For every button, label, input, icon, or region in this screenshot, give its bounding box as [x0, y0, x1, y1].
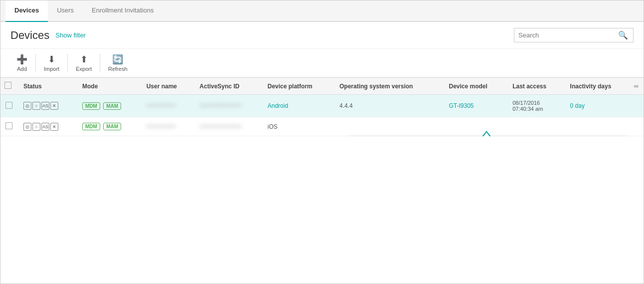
- search-box: 🔍: [514, 28, 634, 42]
- row2-mode: MDM MAM: [77, 117, 142, 136]
- export-icon: ⬆: [80, 54, 88, 65]
- row2-last-access: [507, 117, 565, 136]
- import-button[interactable]: ⬇ Import: [38, 52, 65, 74]
- row1-checkbox[interactable]: [5, 102, 12, 109]
- add-button[interactable]: ➕ Add: [10, 52, 33, 74]
- popup-arrow-inner: [483, 132, 490, 136]
- refresh-icon: 🔄: [112, 54, 123, 65]
- col-last-access: Last access: [507, 78, 565, 95]
- import-icon: ⬇: [48, 54, 55, 65]
- status-icon-4: ✕: [50, 123, 58, 131]
- tab-enrollment[interactable]: Enrollment Invitations: [83, 0, 162, 21]
- toolbar-sep-1: [35, 54, 36, 72]
- row1-inactivity: 0 day: [565, 95, 644, 117]
- show-filter-link[interactable]: Show filter: [55, 31, 86, 39]
- toolbar-sep-3: [100, 54, 100, 72]
- tab-users[interactable]: Users: [48, 0, 83, 21]
- row2-platform: iOS: [263, 117, 334, 136]
- row1-status: ◎ ○ AS ✕: [18, 95, 77, 117]
- select-all-header[interactable]: [0, 78, 18, 95]
- page-header: Devices Show filter 🔍: [0, 22, 644, 49]
- row1-os: 4.4.4: [334, 95, 444, 117]
- table-row[interactable]: ◎ ○ AS ✕ MDM MAM •••••••••••••• ••••••••…: [0, 95, 644, 117]
- row1-last-access: 08/17/201607:40:34 am: [507, 95, 565, 117]
- col-device-model: Device model: [444, 78, 507, 95]
- tabs-bar: Devices Users Enrollment Invitations: [0, 0, 644, 22]
- add-icon: ➕: [16, 54, 27, 65]
- status-icon-3: AS: [41, 102, 49, 110]
- row2-username: ••••••••••••••: [142, 117, 195, 136]
- row2-status: ◎ ○ AS ✕: [18, 117, 77, 136]
- table-row[interactable]: ◎ ○ AS ✕ MDM MAM •••••••••••••• ••••••••…: [0, 117, 644, 136]
- col-os-version: Operating system version: [334, 78, 444, 95]
- row2-inactivity: [565, 117, 644, 136]
- row1-activesync: ••••••••••••••••••••: [194, 95, 262, 117]
- search-input[interactable]: [518, 31, 618, 39]
- toolbar-sep-2: [67, 54, 68, 72]
- col-username: User name: [142, 78, 195, 95]
- refresh-button[interactable]: 🔄 Refresh: [102, 52, 134, 74]
- badge-mam: MAM: [103, 102, 121, 110]
- col-status: Status: [18, 78, 77, 95]
- toolbar: ➕ Add ⬇ Import ⬆ Export 🔄 Refresh: [0, 49, 644, 77]
- row2-checkbox-cell[interactable]: [0, 117, 18, 136]
- status-icon-1: ◎: [23, 123, 31, 131]
- row2-model: [444, 117, 507, 136]
- badge-mdm: MDM: [82, 123, 100, 130]
- col-inactivity: Inactivity days ⇔: [565, 78, 644, 95]
- badge-mam: MAM: [103, 123, 121, 130]
- col-activesync: ActiveSync ID: [194, 78, 262, 95]
- table-container: Status Mode User name ActiveSync ID Devi…: [0, 77, 644, 136]
- select-all-checkbox[interactable]: [4, 82, 11, 89]
- col-mode: Mode: [77, 78, 142, 95]
- row1-username: ••••••••••••••: [142, 95, 195, 117]
- page-title: Devices: [10, 29, 49, 42]
- row2-activesync: ••••••••••••••••••••: [194, 117, 262, 136]
- col-resize-icon[interactable]: ⇔: [634, 83, 639, 90]
- status-icon-2: ○: [32, 123, 40, 131]
- row1-checkbox-cell[interactable]: [0, 95, 18, 117]
- status-icon-4: ✕: [50, 102, 58, 110]
- row1-model: GT-I9305: [444, 95, 507, 117]
- row1-platform: Android: [263, 95, 334, 117]
- status-icon-3: AS: [41, 123, 49, 131]
- badge-mdm: MDM: [82, 102, 100, 110]
- row2-os: [334, 117, 444, 136]
- row2-checkbox[interactable]: [5, 122, 12, 129]
- tab-devices[interactable]: Devices: [5, 0, 48, 22]
- status-icon-2: ○: [32, 102, 40, 110]
- search-icon[interactable]: 🔍: [618, 30, 628, 40]
- export-button[interactable]: ⬆ Export: [70, 52, 98, 74]
- status-icon-1: ◎: [23, 102, 31, 110]
- row1-mode: MDM MAM: [77, 95, 142, 117]
- col-platform: Device platform: [263, 78, 334, 95]
